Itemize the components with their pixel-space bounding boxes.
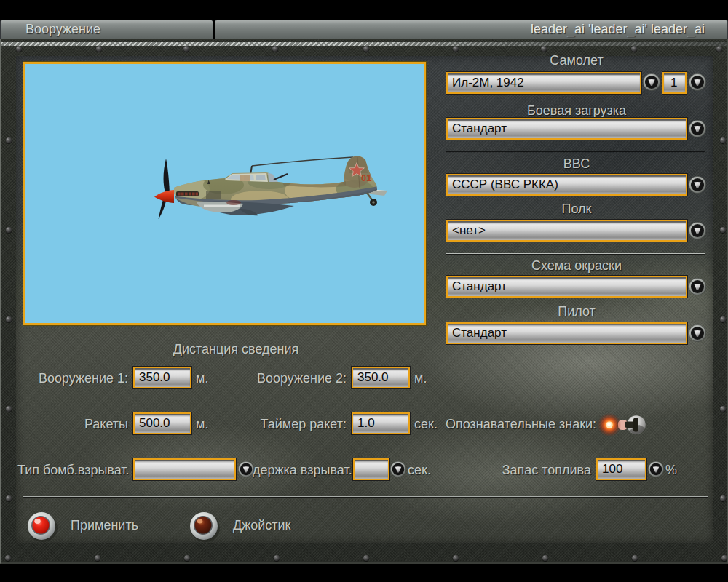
svg-text:01: 01 <box>361 172 371 183</box>
